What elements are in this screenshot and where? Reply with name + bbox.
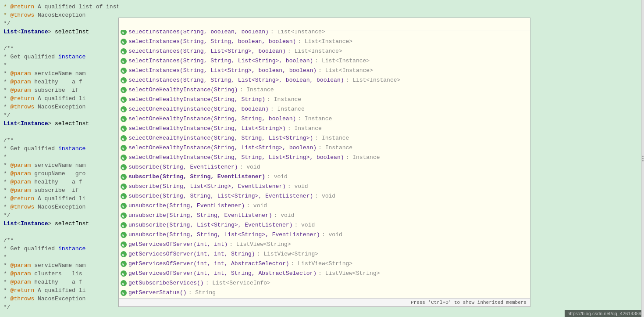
code-line: /**	[4, 44, 115, 53]
method-return: : String	[189, 288, 216, 297]
autocomplete-item[interactable]: getServicesOfServer(int, int, AbstractSe…	[119, 259, 530, 269]
autocomplete-item[interactable]: unsubscribe(String, EventListener) : voi…	[119, 201, 530, 211]
url-bar: https://blog.csdn.net/qq_42614389	[565, 310, 644, 317]
method-return: : void	[315, 192, 335, 201]
code-line: * @return A qualified li	[4, 94, 115, 103]
method-icon	[121, 58, 127, 64]
code-line: * @throws NacosException	[4, 11, 115, 19]
method-icon	[121, 232, 127, 238]
autocomplete-item[interactable]: subscribe(String, List<String>, EventLis…	[119, 182, 530, 191]
code-line: List<Instance> selectInst	[4, 220, 115, 228]
method-icon	[121, 48, 127, 54]
method-icon	[121, 30, 127, 35]
method-icon	[121, 222, 127, 228]
method-name: selectOneHealthyInstance(String, String,…	[128, 115, 296, 123]
autocomplete-input[interactable]	[119, 18, 530, 30]
method-icon	[121, 270, 127, 277]
autocomplete-item[interactable]: subscribe(String, String, EventListener)…	[119, 172, 530, 182]
autocomplete-item[interactable]: selectInstances(String, String, List<Str…	[119, 76, 530, 85]
method-return: : ListView<String>	[291, 259, 352, 268]
method-icon	[121, 280, 127, 286]
method-icon	[121, 126, 127, 132]
method-icon	[121, 116, 127, 122]
autocomplete-item[interactable]: unsubscribe(String, String, List<String>…	[119, 230, 530, 240]
method-name: getServerStatus()	[128, 288, 187, 297]
method-return: : void	[288, 182, 308, 191]
method-name: selectInstances(String, String, boolean,…	[128, 37, 296, 46]
method-return: : Instance	[270, 105, 305, 114]
autocomplete-item[interactable]: subscribe(String, String, List<String>, …	[119, 191, 530, 201]
autocomplete-item[interactable]: selectOneHealthyInstance(String, String)…	[119, 95, 530, 104]
method-return: : void	[246, 202, 267, 210]
method-name: getServicesOfServer(int, int)	[128, 240, 228, 249]
method-return: : void	[267, 173, 288, 181]
code-line: * @param healthy a f	[4, 78, 115, 86]
autocomplete-item[interactable]: subscribe(String, EventListener) : void	[119, 162, 530, 172]
method-return: : ListView<String>	[257, 250, 318, 259]
autocomplete-dropdown[interactable]: selectInstances(String, String, boolean)…	[118, 18, 530, 307]
code-line: List<Instance> selectInst	[4, 28, 115, 36]
method-icon	[121, 97, 127, 103]
autocomplete-item[interactable]: selectOneHealthyInstance(String, String,…	[119, 153, 530, 162]
method-return: : Instance	[318, 144, 352, 152]
method-return: : List<Instance>	[298, 37, 352, 46]
method-icon	[121, 174, 127, 180]
autocomplete-item[interactable]: selectOneHealthyInstance(String) : Insta…	[119, 85, 530, 95]
autocomplete-item[interactable]: selectInstances(String, String, List<Str…	[119, 56, 530, 66]
autocomplete-item[interactable]: getServicesOfServer(int, int, String) : …	[119, 249, 530, 259]
method-icon	[121, 135, 127, 141]
autocomplete-item[interactable]: selectOneHealthyInstance(String, List<St…	[119, 124, 530, 133]
method-name: getSubscribeServices()	[128, 279, 204, 288]
autocomplete-item[interactable]: unsubscribe(String, List<String>, EventL…	[119, 220, 530, 230]
code-line: * @throws NacosException	[4, 295, 115, 303]
method-return: : Instance	[288, 124, 322, 133]
method-name: selectOneHealthyInstance(String, List<St…	[128, 124, 286, 133]
autocomplete-item[interactable]: selectOneHealthyInstance(String, String,…	[119, 114, 530, 124]
method-return: : ListView<String>	[229, 240, 291, 249]
autocomplete-list[interactable]: selectInstances(String, String, boolean)…	[119, 30, 530, 298]
method-name: subscribe(String, String, List<String>, …	[128, 192, 313, 201]
code-line: * @throws NacosException	[4, 203, 115, 211]
method-return: : void	[322, 231, 342, 239]
method-name: subscribe(String, List<String>, EventLis…	[128, 182, 286, 191]
autocomplete-item[interactable]: getServicesOfServer(int, int, String, Ab…	[119, 269, 530, 278]
code-line: /**	[4, 136, 115, 144]
method-name: unsubscribe(String, EventListener)	[128, 202, 245, 210]
method-name: selectInstances(String, boolean, boolean…	[128, 30, 269, 36]
method-name: selectInstances(String, String, List<Str…	[128, 57, 313, 65]
method-name: selectInstances(String, String, List<Str…	[128, 76, 344, 85]
method-icon	[121, 68, 127, 74]
code-line: *	[4, 61, 115, 69]
method-icon	[121, 203, 127, 209]
autocomplete-item[interactable]: selectInstances(String, List<String>, bo…	[119, 66, 530, 76]
method-icon	[121, 241, 127, 248]
autocomplete-item[interactable]: selectInstances(String, String, boolean,…	[119, 37, 530, 47]
autocomplete-item[interactable]: getServicesOfServer(int, int) : ListView…	[119, 240, 530, 249]
autocomplete-item[interactable]: selectOneHealthyInstance(String, List<St…	[119, 143, 530, 153]
autocomplete-item[interactable]: selectOneHealthyInstance(String, String,…	[119, 133, 530, 143]
code-line: * @return A qualified li	[4, 286, 115, 295]
code-line: * @param subscribe if	[4, 86, 115, 94]
method-name: unsubscribe(String, String, List<String>…	[128, 231, 320, 239]
code-panel: * @return A qualified list of instance *…	[0, 0, 118, 317]
method-name: selectOneHealthyInstance(String, List<St…	[128, 144, 317, 152]
code-line: * @param healthy a f	[4, 278, 115, 286]
method-return: : Instance	[315, 134, 349, 143]
method-name: getServicesOfServer(int, int, AbstractSe…	[128, 259, 289, 268]
code-line: * @return A qualified li	[4, 195, 115, 203]
autocomplete-item[interactable]: selectOneHealthyInstance(String, boolean…	[119, 104, 530, 114]
method-name: selectInstances(String, List<String>, bo…	[128, 66, 317, 75]
code-line: * @param subscribe if	[4, 186, 115, 195]
method-name: selectInstances(String, List<String>, bo…	[128, 47, 286, 56]
autocomplete-item[interactable]: getServerStatus() : String	[119, 288, 530, 298]
autocomplete-item[interactable]: selectInstances(String, List<String>, bo…	[119, 47, 530, 56]
method-name: subscribe(String, String, EventListener)	[128, 173, 265, 181]
autocomplete-item[interactable]: getSubscribeServices() : List<ServiceInf…	[119, 278, 530, 288]
method-name: selectOneHealthyInstance(String, String,…	[128, 134, 313, 143]
autocomplete-item[interactable]: unsubscribe(String, String, EventListene…	[119, 211, 530, 220]
method-return: : void	[240, 163, 260, 172]
resize-handle[interactable]	[641, 0, 644, 317]
code-line: * @param serviceName nam	[4, 261, 115, 270]
method-return: : Instance	[298, 115, 332, 123]
autocomplete-item[interactable]: selectInstances(String, boolean, boolean…	[119, 30, 530, 37]
